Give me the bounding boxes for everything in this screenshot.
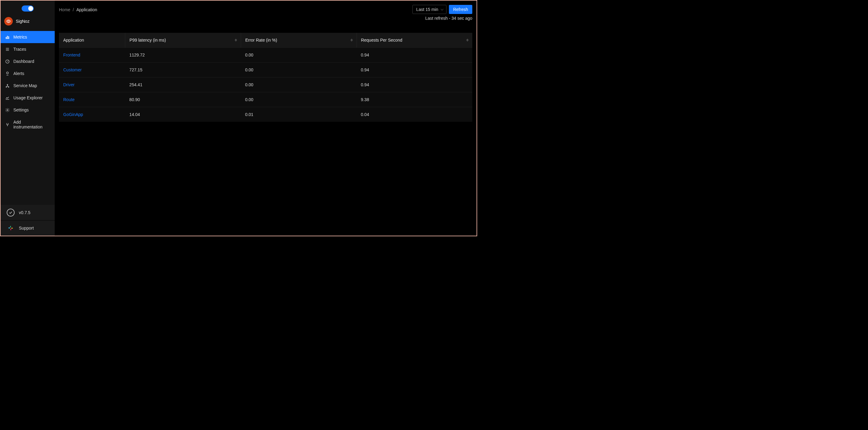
sidebar-item-service-map[interactable]: Service Map bbox=[1, 79, 55, 92]
nav: Metrics Traces Dashboard Alerts bbox=[1, 31, 55, 205]
applications-table: Application P99 latency (in ms) Error Ra… bbox=[59, 33, 472, 122]
brand: SigNoz bbox=[1, 14, 55, 31]
theme-toggle[interactable] bbox=[22, 5, 34, 11]
app-link[interactable]: GoGinApp bbox=[63, 112, 83, 117]
col-header-error-rate[interactable]: Error Rate (in %) bbox=[241, 33, 356, 48]
svg-rect-15 bbox=[11, 228, 13, 229]
table-row: Driver 254.41 0.00 0.94 bbox=[59, 77, 472, 92]
sidebar-footer: v0.7.5 Support bbox=[1, 205, 55, 236]
support-item[interactable]: Support bbox=[1, 220, 55, 236]
app-link[interactable]: Frontend bbox=[63, 53, 80, 57]
cell-err: 0.00 bbox=[241, 63, 356, 77]
svg-point-0 bbox=[8, 20, 9, 22]
col-header-application: Application bbox=[59, 33, 125, 48]
applications-table-wrap: Application P99 latency (in ms) Error Ra… bbox=[55, 21, 476, 122]
topbar: Home / Application Last 15 min Refresh L… bbox=[55, 1, 476, 21]
svg-rect-1 bbox=[6, 37, 6, 39]
svg-point-12 bbox=[7, 109, 8, 110]
alert-icon bbox=[5, 71, 10, 76]
sidebar-item-label: Alerts bbox=[13, 71, 24, 76]
svg-rect-2 bbox=[7, 36, 8, 39]
bar-chart-icon bbox=[5, 35, 10, 39]
sidebar-item-add-instrumentation[interactable]: Add instrumentation bbox=[1, 116, 55, 133]
sort-icon bbox=[466, 39, 469, 42]
sidebar-item-label: Dashboard bbox=[13, 59, 34, 64]
cell-rps: 0.94 bbox=[356, 48, 472, 63]
svg-point-9 bbox=[6, 87, 7, 88]
dashboard-icon bbox=[5, 59, 10, 64]
svg-rect-3 bbox=[8, 36, 9, 39]
sidebar-item-dashboard[interactable]: Dashboard bbox=[1, 55, 55, 67]
service-map-icon bbox=[5, 83, 10, 88]
breadcrumb: Home / Application bbox=[59, 5, 97, 12]
app-link[interactable]: Route bbox=[63, 97, 74, 102]
sidebar-item-label: Metrics bbox=[13, 35, 27, 39]
col-header-label: Requests Per Second bbox=[361, 38, 402, 42]
brand-logo-icon bbox=[4, 17, 13, 26]
sidebar-item-label: Settings bbox=[13, 107, 29, 112]
cell-rps: 0.94 bbox=[356, 63, 472, 77]
cell-rps: 0.94 bbox=[356, 77, 472, 92]
main: Home / Application Last 15 min Refresh L… bbox=[55, 1, 476, 236]
cell-rps: 9.38 bbox=[356, 92, 472, 107]
svg-point-10 bbox=[8, 87, 9, 88]
time-range-select[interactable]: Last 15 min bbox=[412, 5, 446, 14]
cell-p99: 80.90 bbox=[125, 92, 241, 107]
svg-rect-14 bbox=[10, 226, 11, 228]
app-link[interactable]: Customer bbox=[63, 67, 82, 72]
col-header-label: Error Rate (in %) bbox=[245, 38, 277, 42]
line-chart-icon bbox=[5, 95, 10, 100]
sidebar-item-metrics[interactable]: Metrics bbox=[1, 31, 55, 43]
refresh-button[interactable]: Refresh bbox=[449, 5, 472, 14]
support-label: Support bbox=[19, 226, 34, 230]
plug-icon bbox=[5, 122, 10, 127]
cell-rps: 0.04 bbox=[356, 107, 472, 122]
cell-err: 0.00 bbox=[241, 77, 356, 92]
cell-err: 0.01 bbox=[241, 107, 356, 122]
top-right: Last 15 min Refresh Last refresh - 34 se… bbox=[412, 5, 472, 21]
cell-p99: 1129.72 bbox=[125, 48, 241, 63]
table-row: Customer 727.15 0.00 0.94 bbox=[59, 63, 472, 77]
col-header-label: P99 latency (in ms) bbox=[129, 38, 166, 42]
slack-icon bbox=[7, 224, 14, 232]
col-header-rps[interactable]: Requests Per Second bbox=[356, 33, 472, 48]
cell-p99: 14.04 bbox=[125, 107, 241, 122]
last-refresh-text: Last refresh - 34 sec ago bbox=[425, 16, 472, 21]
sidebar-item-label: Usage Explorer bbox=[13, 95, 43, 100]
sidebar-item-label: Traces bbox=[13, 47, 26, 52]
gear-icon bbox=[5, 107, 10, 112]
sidebar-item-traces[interactable]: Traces bbox=[1, 43, 55, 55]
col-header-p99[interactable]: P99 latency (in ms) bbox=[125, 33, 241, 48]
sidebar-item-alerts[interactable]: Alerts bbox=[1, 67, 55, 79]
breadcrumb-home[interactable]: Home bbox=[59, 7, 70, 12]
version-label: v0.7.5 bbox=[19, 210, 30, 215]
sort-icon bbox=[235, 39, 237, 42]
list-icon bbox=[5, 47, 10, 52]
sidebar-item-settings[interactable]: Settings bbox=[1, 104, 55, 116]
svg-point-11 bbox=[7, 84, 8, 85]
sidebar-item-label: Service Map bbox=[13, 83, 37, 88]
table-row: GoGinApp 14.04 0.01 0.04 bbox=[59, 107, 472, 122]
table-row: Frontend 1129.72 0.00 0.94 bbox=[59, 48, 472, 63]
breadcrumb-separator: / bbox=[73, 7, 74, 12]
sidebar-item-usage-explorer[interactable]: Usage Explorer bbox=[1, 92, 55, 104]
app-link[interactable]: Driver bbox=[63, 82, 74, 87]
version-item[interactable]: v0.7.5 bbox=[1, 205, 55, 220]
cell-err: 0.00 bbox=[241, 48, 356, 63]
breadcrumb-current: Application bbox=[76, 7, 97, 12]
cell-p99: 727.15 bbox=[125, 63, 241, 77]
sidebar-item-label: Add instrumentation bbox=[13, 120, 51, 129]
sort-icon bbox=[350, 39, 353, 42]
svg-rect-16 bbox=[10, 229, 11, 230]
svg-point-8 bbox=[6, 72, 8, 73]
time-range-value: Last 15 min bbox=[416, 7, 438, 12]
brand-name: SigNoz bbox=[16, 19, 29, 24]
table-row: Route 80.90 0.00 9.38 bbox=[59, 92, 472, 107]
svg-rect-13 bbox=[8, 227, 10, 228]
top-controls: Last 15 min Refresh bbox=[412, 5, 472, 14]
cell-err: 0.00 bbox=[241, 92, 356, 107]
check-circle-icon bbox=[7, 209, 14, 217]
toggle-row bbox=[1, 1, 55, 14]
cell-p99: 254.41 bbox=[125, 77, 241, 92]
sidebar: SigNoz Metrics Traces Dashboard bbox=[1, 1, 55, 236]
